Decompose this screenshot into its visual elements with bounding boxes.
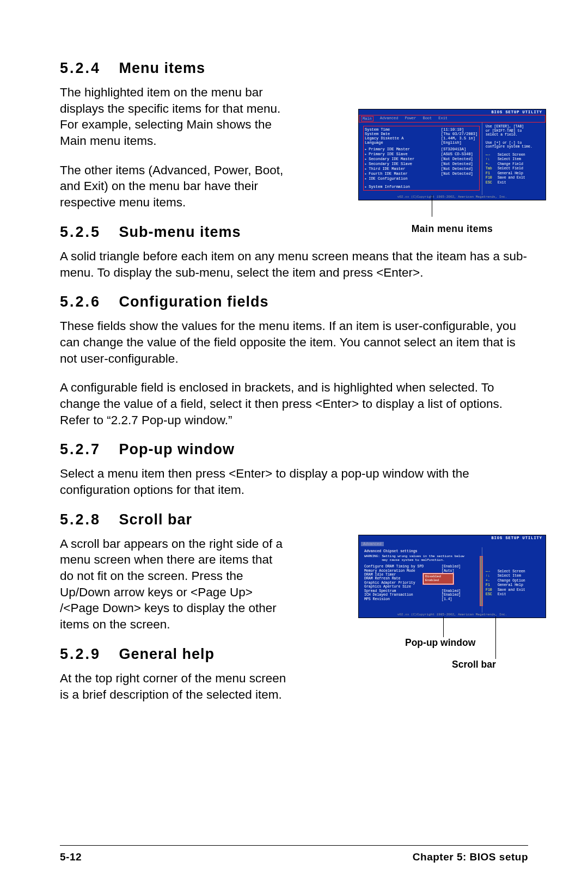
bios-tab: Power [405, 116, 416, 121]
bios-footer: v02.xx (C)Copyright 1985-2002, American … [359, 613, 546, 618]
heading-title: Pop-up window [119, 441, 235, 457]
figure-caption: Main menu items [358, 223, 546, 235]
heading-num: 5.2.7 [60, 441, 114, 458]
bios-menubar: Advanced [359, 541, 546, 547]
paragraph: The other items (Advanced, Power, Boot, … [60, 162, 289, 211]
page-number: 5-12 [60, 851, 82, 863]
heading-num: 5.2.4 [60, 60, 114, 77]
bios-screenshot: BIOS SETUP UTILITY Advanced Advanced Chi… [358, 535, 546, 618]
page-content: 5.2.4 Menu items The highlighted item on… [60, 60, 528, 716]
heading-title: Scroll bar [119, 511, 193, 528]
warning-text: WARNING: Setting wrong values in the sec… [364, 555, 479, 563]
help-text: Use [ENTER], [TAB] or [SHIFT-TAB] to sel… [486, 125, 542, 149]
popup-option: Enabled [425, 579, 451, 583]
popup-window: Disabled Enabled [423, 573, 454, 584]
figure-caption-scrollbar: Scroll bar [452, 659, 496, 670]
bios-screenshot: BIOS SETUP UTILITY Main Advanced Power B… [358, 109, 546, 200]
heading-num: 5.2.6 [60, 294, 114, 310]
bios-tab-active: Advanced [361, 542, 384, 546]
bios-menubar: Main Advanced Power Boot Exit [359, 115, 546, 123]
heading-title: Menu items [119, 60, 206, 76]
bios-help-pane: ←→Select Screen ↑↓Select Item +-Change O… [482, 547, 546, 613]
figure-popup-scrollbar: BIOS SETUP UTILITY Advanced Advanced Chi… [358, 535, 546, 618]
highlight-box: System Time[11:10:19] System Date[Thu 03… [363, 126, 480, 191]
heading-title: Sub-menu items [119, 224, 241, 240]
bios-title: BIOS SETUP UTILITY [359, 109, 546, 115]
panel-heading: Advanced Chipset settings [364, 549, 479, 553]
callout-line [495, 616, 496, 659]
figure-caption-popup: Pop-up window [405, 637, 475, 649]
heading-title: Configuration fields [119, 294, 269, 310]
bios-help-pane: Use [ENTER], [TAB] or [SHIFT-TAB] to sel… [482, 123, 546, 195]
paragraph: Select a menu item then press <Enter> to… [60, 466, 528, 498]
page-footer: 5-12 Chapter 5: BIOS setup [60, 845, 528, 863]
heading-num: 5.2.8 [60, 511, 114, 528]
bios-left-pane: Advanced Chipset settings WARNING: Setti… [359, 547, 482, 613]
bios-body: Advanced Chipset settings WARNING: Setti… [359, 547, 546, 613]
bios-tab: Main [361, 116, 373, 121]
bios-left-pane: System Time[11:10:19] System Date[Thu 03… [359, 123, 482, 195]
heading-527: 5.2.7 Pop-up window [60, 441, 528, 458]
bios-title: BIOS SETUP UTILITY [359, 535, 546, 541]
paragraph: A scroll bar appears on the right side o… [60, 536, 289, 633]
bios-tab: Exit [438, 116, 448, 121]
heading-num: 5.2.5 [60, 224, 114, 241]
heading-title: General help [119, 646, 215, 662]
scrollbar-highlight [480, 556, 483, 606]
bios-tab: Advanced [380, 116, 399, 121]
callout-line [443, 616, 444, 637]
paragraph: A configurable field is enclosed in brac… [60, 380, 528, 428]
callout-line [432, 195, 432, 217]
heading-528: 5.2.8 Scroll bar [60, 511, 528, 528]
bios-footer: v02.xx (C)Copyright 1985-2002, American … [359, 195, 546, 200]
bios-tab: Boot [422, 116, 432, 121]
paragraph: The highlighted item on the menu bar dis… [60, 84, 289, 149]
heading-num: 5.2.9 [60, 646, 114, 663]
paragraph: At the top right corner of the menu scre… [60, 670, 289, 702]
paragraph: A solid triangle before each item on any… [60, 248, 528, 280]
heading-526: 5.2.6 Configuration fields [60, 294, 528, 310]
heading-524: 5.2.4 Menu items [60, 60, 528, 77]
figure-main-menu: BIOS SETUP UTILITY Main Advanced Power B… [358, 109, 546, 235]
paragraph: These fields show the values for the men… [60, 318, 528, 366]
chapter-label: Chapter 5: BIOS setup [413, 851, 528, 863]
bios-body: System Time[11:10:19] System Date[Thu 03… [359, 123, 546, 195]
